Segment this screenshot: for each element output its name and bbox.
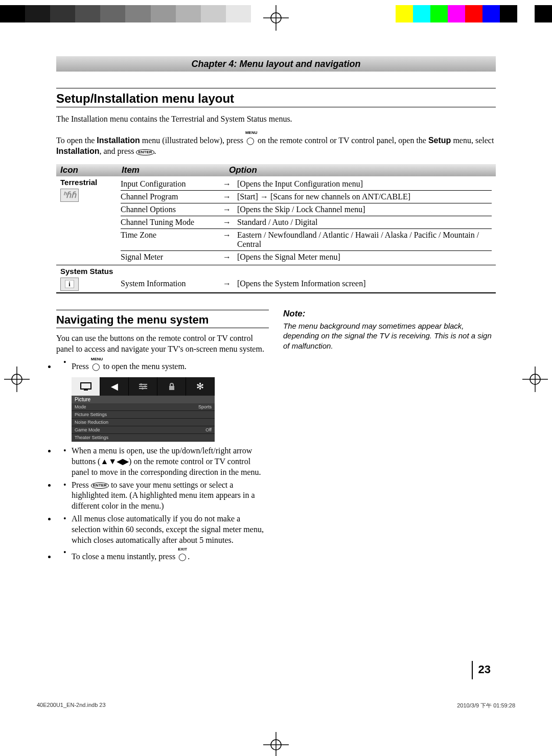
table-row: Eastern / Newfoundland / Atlantic / Hawa… [237, 231, 492, 249]
registration-mark-bottom [263, 732, 289, 756]
svg-point-19 [142, 387, 144, 390]
page-content: Setup/Installation menu layout The Insta… [56, 87, 496, 562]
list-item: Press ENTER to save your menu settings o… [56, 480, 269, 512]
table-row: [Opens the Skip / Lock Channel menu] [237, 205, 492, 214]
footer-right: 2010/3/9 下午 01:59:28 [457, 702, 515, 709]
arrow-icon: → [223, 192, 237, 201]
arrow-icon: → [223, 179, 237, 189]
osd-row: Noise Reduction [72, 419, 215, 426]
table-row: Input Configuration [121, 179, 223, 189]
list-item: When a menu is open, use the up/down/lef… [56, 446, 269, 477]
osd-group-label: Picture [72, 396, 215, 403]
registration-mark-top [263, 5, 289, 31]
nav-paragraph: You can use the buttons on the remote co… [56, 333, 269, 355]
table-row: Standard / Auto / Digital [237, 218, 492, 227]
exit-button-icon: EXIT◯ [177, 547, 188, 562]
arrow-icon: → [223, 279, 237, 288]
svg-rect-20 [169, 386, 174, 390]
intro-line-2: To open the Installation menu (illustrat… [56, 131, 496, 157]
svg-point-17 [140, 383, 142, 385]
page-number: 23 [478, 663, 491, 676]
table-row: Channel Program [121, 192, 223, 201]
svg-point-18 [144, 385, 146, 387]
intro-line-1: The Installation menu contains the Terre… [56, 113, 496, 125]
osd-tab-setup: ✻ [186, 377, 215, 396]
arrow-icon: → [223, 253, 237, 262]
table-row: Channel Tuning Mode [121, 218, 223, 227]
osd-tab-sliders [129, 377, 157, 396]
svg-rect-13 [84, 390, 88, 391]
osd-row: Game ModeOff [72, 426, 215, 434]
table-row: [Opens the Input Configuration menu] [237, 179, 492, 189]
svg-rect-12 [81, 383, 91, 389]
osd-tab-picture [72, 377, 100, 396]
page-number-separator [472, 661, 473, 679]
chapter-title: Chapter 4: Menu layout and navigation [56, 56, 496, 72]
table-row: Signal Meter [121, 253, 223, 262]
osd-row: Picture Settings [72, 411, 215, 419]
osd-screenshot: ◀ ✻ Picture ModeSportsPicture SettingsNo… [72, 377, 215, 442]
table-row: [Opens the Signal Meter menu] [237, 253, 492, 262]
section-heading-2: Navigating the menu system [56, 313, 269, 327]
note-body: The menu background may sometimes appear… [283, 321, 496, 351]
arrow-icon: → [223, 205, 237, 214]
menu-button-icon: MENU◯ [245, 131, 256, 146]
table-header-item: Item [122, 165, 229, 175]
system-status-label: System Status [60, 267, 113, 276]
osd-row: ModeSports [72, 403, 215, 411]
installation-menu-table: Icon Item Option Terrestrial ʰɦɦ Input C… [56, 164, 496, 293]
osd-tab-sound: ◀ [100, 377, 129, 396]
registration-mark-left [4, 366, 30, 392]
table-row: [Start] → [Scans for new channels on ANT… [237, 192, 492, 201]
terrestrial-label: Terrestrial [60, 178, 97, 187]
registration-mark-right [522, 366, 548, 392]
table-row: Time Zone [121, 231, 223, 249]
menu-button-icon: MENU◯ [91, 357, 101, 372]
note-heading: Note: [283, 309, 496, 319]
arrow-icon: → [223, 218, 237, 227]
table-row: Channel Options [121, 205, 223, 214]
enter-button-icon: ENTER [136, 149, 154, 155]
osd-tab-lock [157, 377, 186, 396]
osd-row: Theater Settings [72, 434, 215, 442]
arrow-icon: → [223, 231, 237, 249]
antenna-icon: ʰɦɦ [60, 189, 79, 202]
list-item: Press MENU◯ to open the menu system. [56, 357, 269, 372]
table-header-icon: Icon [60, 165, 122, 175]
footer-left: 40E200U1_EN-2nd.indb 23 [37, 702, 106, 708]
list-item: All menus close automatically if you do … [56, 514, 269, 545]
section-heading-1: Setup/Installation menu layout [56, 91, 496, 106]
info-icon [60, 278, 79, 291]
list-item: To close a menu instantly, press EXIT◯. [56, 547, 269, 562]
table-row: [Opens the System Information screen] [237, 279, 492, 288]
enter-button-icon: ENTER [91, 483, 109, 489]
table-header-option: Option [229, 165, 492, 175]
table-row: System Information [121, 279, 223, 288]
